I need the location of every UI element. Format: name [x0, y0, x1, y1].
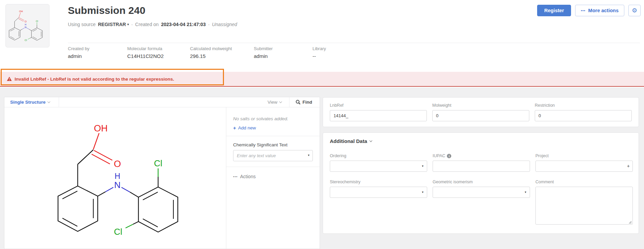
register-button[interactable]: Register — [537, 5, 571, 16]
chevron-down-icon — [370, 139, 372, 142]
warning-icon — [7, 77, 12, 81]
structure-thumbnail-image — [7, 10, 48, 42]
header-actions: Register More actions — [537, 5, 641, 16]
dot-separator: · — [208, 22, 210, 27]
additional-data-heading: Additional Data — [330, 138, 367, 144]
gear-icon — [632, 7, 637, 14]
stereochemistry-select[interactable] — [330, 187, 427, 198]
view-label: View — [267, 100, 277, 105]
structure-card: Single Structure View Find — [4, 97, 320, 249]
registration-fields-card: LnbRef Molweight Restriction — [323, 97, 639, 127]
meta-value: 296.15 — [190, 53, 254, 59]
restriction-label: Restriction — [535, 103, 555, 108]
lnbref-field: LnbRef — [330, 102, 427, 122]
geometric-isomerism-field: Geometric isomerism — [433, 179, 530, 198]
meta-molecular-formula: Molecular formula C14H11Cl2NO2 — [127, 46, 190, 59]
ellipsis-icon — [581, 8, 586, 13]
settings-button[interactable] — [628, 5, 641, 16]
meta-submitter: Submitter admin — [254, 46, 312, 59]
meta-label: Library — [312, 46, 353, 51]
chevron-down-icon — [48, 100, 50, 103]
iupac-input[interactable] — [433, 161, 530, 172]
dropdown-caret-icon — [525, 190, 526, 194]
dropdown-caret-icon — [422, 164, 423, 168]
cst-field — [233, 150, 313, 161]
submission-page: OH O H N Cl Cl Submission 240 Using sour… — [0, 0, 644, 249]
more-actions-label: More actions — [588, 8, 619, 13]
info-icon[interactable] — [447, 154, 451, 158]
ordering-select[interactable] — [330, 161, 427, 172]
plus-icon — [233, 125, 236, 131]
meta-label: Created by — [68, 46, 127, 51]
ordering-label: Ordering — [330, 153, 346, 158]
additional-data-grid: Ordering IUPAC Project — [330, 152, 632, 226]
created-on-value: 2023-04-04 21:47:03 — [161, 22, 206, 27]
meta-created-by: Created by admin — [68, 46, 127, 59]
lnbref-label: LnbRef — [330, 103, 343, 108]
metadata-row: Created by admin Molecular formula C14H1… — [68, 46, 353, 59]
molweight-input[interactable] — [432, 110, 529, 121]
header-separator — [59, 97, 59, 107]
add-new-button[interactable]: Add new — [233, 125, 256, 131]
additional-data-card: Additional Data Ordering IUPAC — [323, 132, 639, 234]
restriction-field: Restriction — [535, 102, 632, 122]
find-button[interactable]: Find — [289, 100, 320, 105]
meta-library: Library -- — [312, 46, 353, 59]
ordering-field: Ordering — [330, 152, 427, 172]
page-title: Submission 240 — [68, 5, 145, 16]
dropdown-caret-icon — [422, 190, 423, 194]
meta-value: admin — [68, 53, 127, 59]
molweight-label: Molweight — [432, 103, 451, 108]
comment-field: Comment — [535, 179, 633, 226]
stereochemistry-label: Stereochemistry — [330, 180, 360, 184]
meta-label: Calculated molweight — [190, 46, 254, 51]
find-label: Find — [303, 100, 312, 105]
cst-label: Chemically Significant Text — [233, 142, 320, 147]
created-on-label: Created on — [135, 22, 158, 27]
comment-label: Comment — [535, 180, 554, 184]
source-value: REGISTRAR — [98, 22, 126, 27]
geometric-isomerism-label: Geometric isomerism — [433, 180, 473, 184]
structure-mode-label: Single Structure — [10, 100, 45, 105]
project-field: Project + — [535, 152, 633, 172]
source-dropdown[interactable]: REGISTRAR — [98, 22, 129, 27]
stereochemistry-field: Stereochemistry — [330, 179, 427, 198]
structure-mode-dropdown[interactable]: Single Structure — [10, 100, 50, 105]
restriction-input[interactable] — [535, 110, 632, 121]
salts-empty-message: No salts or solvates added. — [233, 116, 320, 121]
meta-calculated-molweight: Calculated molweight 296.15 — [190, 46, 254, 59]
meta-label: Submitter — [254, 46, 312, 51]
structure-card-tools: View Find — [260, 97, 320, 107]
structure-card-header: Single Structure View Find — [4, 97, 320, 107]
add-new-label: Add new — [238, 125, 256, 130]
structure-thumbnail — [5, 4, 50, 47]
assignment-status: Unassigned — [212, 22, 237, 27]
dot-separator: · — [131, 22, 133, 27]
geometric-isomerism-select[interactable] — [433, 187, 530, 198]
meta-label: Molecular formula — [127, 46, 190, 51]
additional-data-toggle[interactable]: Additional Data — [330, 138, 372, 144]
more-actions-button[interactable]: More actions — [575, 5, 624, 16]
molweight-field: Molweight — [432, 102, 529, 122]
validation-error-banner: Invalid LnbRef - LnbRef is not valid acc… — [0, 72, 644, 87]
section-divider — [226, 136, 320, 136]
actions-label: Actions — [240, 174, 256, 179]
add-project-icon[interactable]: + — [627, 163, 630, 169]
iupac-field: IUPAC — [433, 152, 530, 172]
view-dropdown[interactable]: View — [260, 100, 289, 105]
validation-error-message: Invalid LnbRef - LnbRef is not valid acc… — [15, 77, 174, 82]
meta-value: C14H11Cl2NO2 — [127, 53, 190, 59]
structure-drawing[interactable] — [51, 122, 197, 239]
comment-textarea[interactable] — [535, 187, 633, 225]
header-divider — [68, 43, 640, 43]
project-input[interactable] — [535, 161, 633, 172]
lnbref-input[interactable] — [330, 110, 427, 121]
caret-down-icon — [127, 23, 129, 26]
chevron-down-icon — [279, 100, 282, 103]
actions-button[interactable]: Actions — [233, 174, 255, 179]
meta-value: admin — [254, 53, 312, 59]
iupac-label: IUPAC — [433, 153, 445, 158]
cst-input[interactable] — [233, 150, 313, 161]
search-icon — [296, 100, 301, 105]
meta-value: -- — [312, 53, 353, 59]
